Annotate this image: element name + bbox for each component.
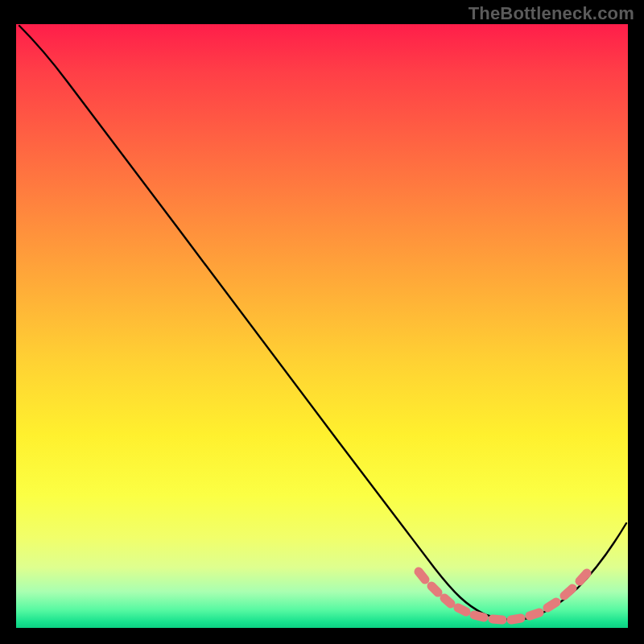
plot-area — [16, 24, 628, 628]
chart-overlay-svg — [16, 24, 628, 628]
bottleneck-curve — [19, 26, 626, 620]
watermark-text: TheBottleneck.com — [469, 3, 634, 24]
svg-line-10 — [580, 573, 587, 581]
svg-line-9 — [564, 588, 572, 596]
svg-line-4 — [474, 615, 484, 617]
svg-line-6 — [511, 618, 521, 620]
chart-frame: TheBottleneck.com — [0, 0, 644, 644]
svg-line-3 — [458, 608, 466, 612]
svg-line-1 — [431, 586, 438, 592]
svg-line-2 — [444, 598, 451, 604]
svg-line-0 — [419, 572, 425, 580]
svg-line-8 — [547, 602, 556, 608]
svg-line-5 — [493, 619, 502, 620]
svg-line-7 — [530, 613, 539, 616]
